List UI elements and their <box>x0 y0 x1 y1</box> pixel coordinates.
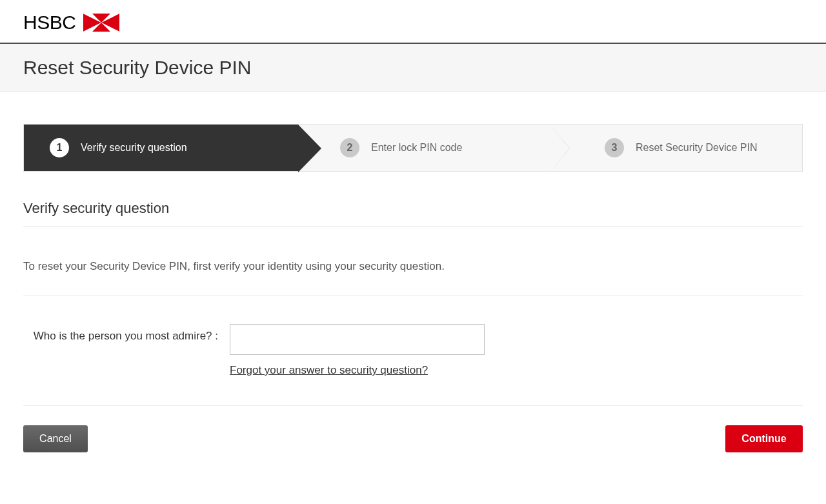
step-1-number: 1 <box>50 138 69 157</box>
step-2: 2 Enter lock PIN code <box>298 125 569 171</box>
progress-stepper: 1 Verify security question 2 Enter lock … <box>23 124 803 172</box>
page-title: Reset Security Device PIN <box>23 57 826 79</box>
main-content: 1 Verify security question 2 Enter lock … <box>0 92 826 472</box>
step-3: 3 Reset Security Device PIN <box>569 125 802 171</box>
step-1-label: Verify security question <box>81 142 187 154</box>
cancel-button[interactable]: Cancel <box>23 425 88 452</box>
step-3-number: 3 <box>605 138 624 157</box>
security-question-label: Who is the person you most admire? : <box>23 324 230 344</box>
security-answer-input[interactable] <box>230 324 485 355</box>
brand-name: HSBC <box>23 12 76 34</box>
button-row: Cancel Continue <box>23 425 803 452</box>
step-1: 1 Verify security question <box>24 125 298 171</box>
forgot-answer-link[interactable]: Forgot your answer to security question? <box>230 364 485 377</box>
section-heading: Verify security question <box>23 200 803 227</box>
step-2-label: Enter lock PIN code <box>371 142 462 154</box>
continue-button[interactable]: Continue <box>725 425 803 452</box>
logo-bar: HSBC <box>0 0 826 43</box>
instruction-text: To reset your Security Device PIN, first… <box>23 260 803 296</box>
step-3-label: Reset Security Device PIN <box>636 142 758 154</box>
hsbc-logo-icon <box>83 14 119 32</box>
title-strip: Reset Security Device PIN <box>0 43 826 92</box>
security-question-row: Who is the person you most admire? : For… <box>23 324 803 406</box>
step-2-number: 2 <box>340 138 359 157</box>
